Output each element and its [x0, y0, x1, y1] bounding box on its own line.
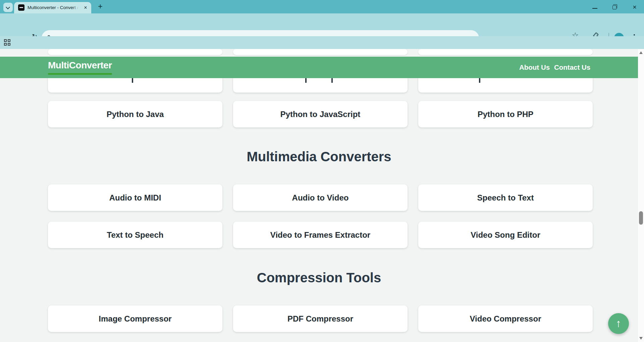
browser-tab[interactable]: Multiconverter - Convert Anythi ×: [14, 2, 91, 13]
logo-underline: [48, 73, 112, 75]
converter-card[interactable]: Python to JavaScript: [233, 101, 408, 127]
converter-card[interactable]: [418, 49, 593, 55]
card-row-multimedia-2: Text to SpeechVideo to Frames ExtractorV…: [48, 222, 593, 248]
card-row-code-converters: Python to JavaPython to JavaScriptPython…: [48, 101, 593, 127]
tab-title-fade: [72, 5, 81, 11]
converter-card-label: Image Compressor: [99, 314, 171, 324]
site-logo-text: MultiConverter: [48, 60, 112, 71]
card-row-multimedia-1: Audio to MIDIAudio to VideoSpeech to Tex…: [48, 184, 593, 211]
tab-close-icon[interactable]: ×: [83, 5, 89, 11]
converter-card[interactable]: Text to Speech: [48, 222, 222, 248]
window-close-button[interactable]: ×: [631, 4, 638, 10]
converter-card[interactable]: [233, 49, 408, 55]
nav-link-contact[interactable]: Contact Us: [554, 62, 590, 72]
apps-grid-icon[interactable]: [4, 39, 11, 46]
chevron-down-icon: [6, 5, 10, 9]
clipped-label-fragment: [479, 78, 480, 83]
card-row-clipped-top: [48, 49, 593, 55]
bookmarks-bar: [0, 36, 644, 49]
converter-card-label: Audio to MIDI: [109, 193, 161, 203]
page-scrollbar[interactable]: [638, 49, 644, 342]
converter-card-label: Speech to Text: [477, 193, 534, 203]
new-tab-button[interactable]: +: [96, 2, 105, 11]
converter-card[interactable]: Python to Java: [48, 101, 222, 127]
clipped-label-fragment: [132, 78, 133, 83]
site-logo[interactable]: MultiConverter: [48, 60, 112, 75]
site-favicon: [18, 4, 24, 11]
converter-card[interactable]: Python to PHP: [418, 101, 593, 127]
browser-tab-bar: Multiconverter - Convert Anythi × + ×: [0, 0, 644, 13]
converter-card[interactable]: [48, 49, 222, 55]
converter-card-label: Video Compressor: [470, 314, 541, 324]
window-restore-button[interactable]: [612, 5, 616, 9]
converter-card[interactable]: Video Compressor: [418, 305, 593, 332]
window-minimize-button[interactable]: [592, 8, 597, 9]
clipped-label-fragment: [331, 78, 333, 83]
card-row-compression: Image CompressorPDF CompressorVideo Comp…: [48, 305, 593, 332]
converter-card-label: Video Song Editor: [471, 230, 540, 240]
scrollbar-thumb[interactable]: [639, 211, 643, 225]
converter-card-label: Text to Speech: [107, 230, 164, 240]
converter-card-label: Python to PHP: [478, 110, 534, 119]
converter-card[interactable]: Video Song Editor: [418, 222, 593, 248]
converter-card-label: Python to JavaScript: [280, 110, 361, 119]
page-viewport: MultiConverter About Us Contact Us Pytho…: [0, 49, 644, 342]
site-header: MultiConverter About Us Contact Us: [0, 57, 638, 78]
converter-card[interactable]: Speech to Text: [418, 184, 593, 211]
converter-card[interactable]: Video to Frames Extractor: [233, 222, 408, 248]
scroll-down-arrow-icon[interactable]: [639, 337, 643, 340]
converter-card-label: PDF Compressor: [287, 314, 353, 324]
converter-card[interactable]: Audio to Video: [233, 184, 408, 211]
converter-card[interactable]: Audio to MIDI: [48, 184, 222, 211]
scroll-up-arrow-icon[interactable]: [639, 51, 643, 54]
tab-search-button[interactable]: [3, 3, 13, 12]
converter-card[interactable]: Image Compressor: [48, 305, 222, 332]
clipped-label-fragment: [305, 78, 307, 83]
converter-card[interactable]: PDF Compressor: [233, 305, 408, 332]
converter-card-label: Video to Frames Extractor: [270, 230, 370, 240]
nav-link-about[interactable]: About Us: [519, 62, 550, 72]
back-to-top-button[interactable]: ↑: [608, 313, 629, 334]
converter-card-label: Audio to Video: [292, 193, 349, 203]
converter-card-label: Python to Java: [107, 110, 164, 119]
section-heading-multimedia: Multimedia Converters: [0, 149, 638, 164]
browser-toolbar: ← → ↻ multiconverter.prolbox.com ☆ A: [0, 13, 644, 36]
section-heading-compression: Compression Tools: [0, 270, 638, 285]
